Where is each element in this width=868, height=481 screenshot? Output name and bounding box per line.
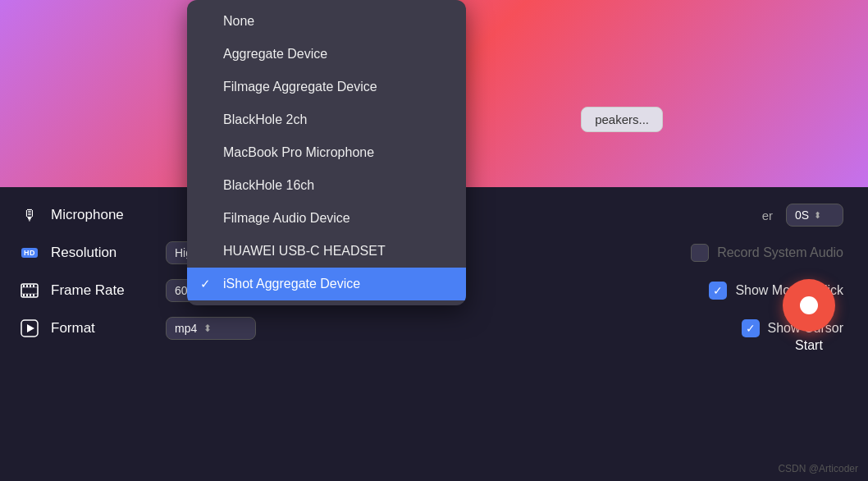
framerate-icon xyxy=(16,277,43,304)
dropdown-item-blackhole2-label: BlackHole 2ch xyxy=(223,112,307,126)
timer-label: er xyxy=(762,208,773,222)
resolution-label: Resolution xyxy=(51,245,158,261)
show-mouse-check-icon: ✓ xyxy=(713,284,723,297)
dropdown-item-aggregate-label: Aggregate Device xyxy=(223,47,327,61)
svg-rect-6 xyxy=(23,294,25,296)
show-mouse-click-checkbox[interactable]: ✓ xyxy=(709,282,727,300)
format-label: Format xyxy=(51,320,158,337)
dropdown-item-macbook-mic[interactable]: MacBook Pro Microphone xyxy=(187,136,466,169)
dropdown-item-filmage-audio[interactable]: Filmage Audio Device xyxy=(187,202,466,235)
dropdown-item-filmage-audio-label: Filmage Audio Device xyxy=(223,211,350,225)
timer-select[interactable]: 0S ⬍ xyxy=(786,204,843,227)
framerate-label: Frame Rate xyxy=(51,282,158,299)
timer-value: 0S xyxy=(795,208,809,222)
dropdown-item-blackhole16[interactable]: BlackHole 16ch xyxy=(187,169,466,202)
format-select[interactable]: mp4 ⬍ xyxy=(166,317,256,340)
selected-checkmark: ✓ xyxy=(200,277,211,291)
speakers-label: peakers... xyxy=(595,112,649,126)
dropdown-item-filmage-agg[interactable]: Filmage Aggregate Device xyxy=(187,71,466,103)
microphone-label: Microphone xyxy=(51,207,158,223)
dropdown-item-ishot-label: iShot Aggregate Device xyxy=(223,277,360,291)
show-cursor-checkbox[interactable]: ✓ xyxy=(742,319,760,337)
record-button[interactable] xyxy=(783,279,835,332)
watermark: CSDN @Articoder xyxy=(778,463,858,474)
dropdown-item-macbook-mic-label: MacBook Pro Microphone xyxy=(223,145,374,159)
format-icon xyxy=(16,315,43,341)
record-audio-checkbox[interactable] xyxy=(691,244,709,262)
dropdown-item-blackhole2[interactable]: BlackHole 2ch xyxy=(187,103,466,136)
record-button-inner xyxy=(800,296,818,314)
start-button-wrap: Start xyxy=(783,279,835,353)
timer-chevron-icon: ⬍ xyxy=(814,210,821,221)
record-system-audio-label: Record System Audio xyxy=(717,245,843,260)
format-chevron-icon: ⬍ xyxy=(203,323,212,334)
svg-marker-11 xyxy=(27,324,34,332)
svg-rect-8 xyxy=(30,294,31,296)
svg-rect-9 xyxy=(33,294,34,296)
svg-rect-4 xyxy=(30,285,31,287)
svg-rect-3 xyxy=(26,285,28,287)
resolution-icon: HD xyxy=(16,240,43,266)
microphone-dropdown: None Aggregate Device Filmage Aggregate … xyxy=(187,0,466,305)
show-cursor-check-icon: ✓ xyxy=(746,322,756,335)
dropdown-item-huawei[interactable]: HUAWEI USB-C HEADSET xyxy=(187,235,466,268)
dropdown-item-blackhole16-label: BlackHole 16ch xyxy=(223,178,314,192)
microphone-icon: 🎙 xyxy=(16,202,43,228)
svg-rect-5 xyxy=(33,285,34,287)
dropdown-item-filmage-agg-label: Filmage Aggregate Device xyxy=(223,80,377,94)
dropdown-item-huawei-label: HUAWEI USB-C HEADSET xyxy=(223,244,386,258)
format-value: mp4 xyxy=(175,322,197,335)
dropdown-item-none[interactable]: None xyxy=(187,5,466,38)
dropdown-item-ishot[interactable]: ✓ iShot Aggregate Device xyxy=(187,268,466,300)
framerate-value: 60 xyxy=(175,284,188,297)
svg-rect-2 xyxy=(23,285,25,287)
dropdown-item-none-label: None xyxy=(223,14,254,28)
svg-rect-1 xyxy=(21,287,38,294)
dropdown-item-aggregate[interactable]: Aggregate Device xyxy=(187,38,466,71)
format-row: Format mp4 ⬍ ✓ Show Cursor xyxy=(16,315,843,341)
speakers-button[interactable]: peakers... xyxy=(581,107,663,132)
svg-rect-7 xyxy=(26,294,28,296)
start-label: Start xyxy=(795,338,823,353)
